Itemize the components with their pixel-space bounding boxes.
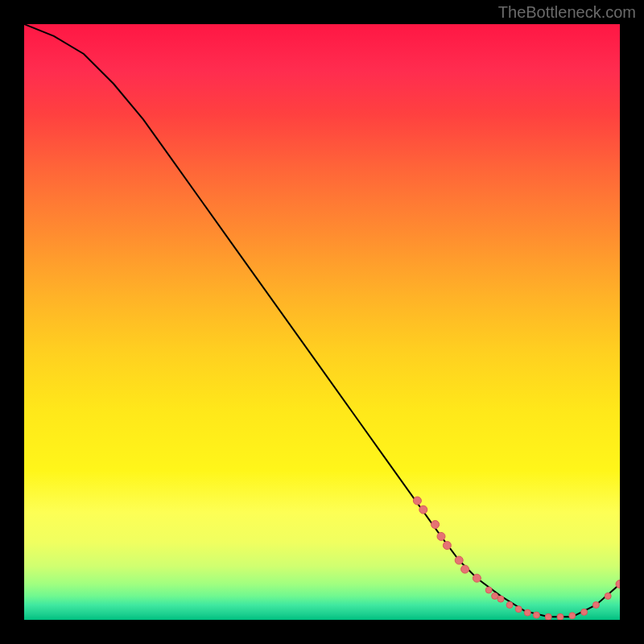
data-marker: [605, 592, 611, 599]
chart-svg: [24, 24, 620, 620]
data-marker: [485, 587, 492, 593]
bottleneck-curve: [24, 24, 620, 617]
data-marker: [431, 521, 440, 529]
data-markers: [413, 497, 620, 620]
data-marker: [413, 497, 421, 505]
data-marker: [592, 602, 599, 609]
data-marker: [506, 602, 513, 609]
data-marker: [533, 612, 539, 618]
data-marker: [461, 565, 469, 573]
data-marker: [437, 532, 445, 540]
data-marker: [492, 592, 498, 599]
data-marker: [473, 574, 481, 582]
chart-plot-area: [24, 24, 620, 620]
data-marker: [419, 506, 427, 514]
data-marker: [545, 613, 551, 620]
data-marker: [557, 613, 564, 620]
data-marker: [515, 606, 522, 613]
data-marker: [443, 542, 451, 550]
data-marker: [524, 609, 530, 616]
data-marker: [581, 609, 588, 615]
data-marker: [569, 613, 576, 619]
data-marker: [497, 596, 504, 602]
data-marker: [455, 556, 463, 564]
watermark-text: TheBottleneck.com: [498, 3, 636, 22]
